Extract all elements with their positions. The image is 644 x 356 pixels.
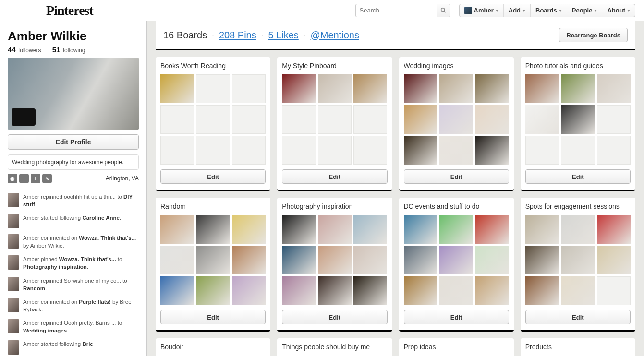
nav-add-label: Add (509, 7, 521, 14)
board-thumb (561, 215, 595, 244)
search-input[interactable] (355, 4, 437, 17)
board-edit-button[interactable]: Edit (282, 310, 387, 324)
board-thumb (597, 136, 631, 165)
board-thumb (196, 74, 230, 103)
board-thumb (318, 276, 352, 305)
edit-profile-button[interactable]: Edit Profile (8, 134, 139, 150)
board-thumb (597, 246, 631, 274)
board-thumb (439, 276, 473, 305)
activity-text: Amber started following Caroline Anne. (23, 214, 121, 228)
brand-logo[interactable]: Pinterest (46, 3, 93, 18)
nav-about-label: About (607, 7, 625, 14)
board-thumb (475, 105, 509, 134)
board-card[interactable]: Boudoir (156, 338, 270, 356)
board-thumb (282, 136, 316, 165)
board-thumb (196, 246, 230, 274)
board-thumb (404, 136, 437, 165)
activity-feed: Amber repinned ooohhh hit up a thri... t… (0, 190, 146, 356)
activity-thumb (8, 234, 19, 249)
board-edit-button[interactable]: Edit (160, 169, 266, 184)
activity-thumb (8, 319, 19, 333)
follow-stats: 44 followers 51 following (8, 46, 139, 54)
nav-add[interactable]: Add (504, 4, 531, 17)
likes-link[interactable]: 5 Likes (268, 30, 298, 40)
board-card[interactable]: RandomEdit (156, 198, 270, 332)
rss-icon[interactable]: ∿ (42, 174, 52, 183)
board-card[interactable]: DC events and stuff to doEdit (399, 198, 514, 332)
twitter-icon[interactable]: t (19, 174, 29, 183)
board-card[interactable]: Spots for engagement sessionsEdit (521, 198, 635, 332)
board-thumb (160, 246, 194, 274)
globe-icon[interactable]: ◍ (8, 174, 17, 183)
activity-text: Amber started following Brie (23, 340, 93, 355)
activity-item[interactable]: Amber repinned So wish one of my co... t… (0, 274, 146, 295)
avatar-icon (464, 7, 472, 14)
stats-bar: 16 Boards · 208 Pins · 5 Likes · @Mentio… (156, 21, 635, 50)
board-thumb-grid (404, 74, 509, 165)
board-thumb (282, 215, 316, 244)
mentions-link[interactable]: @Mentions (310, 30, 359, 40)
nav-user[interactable]: Amber (460, 4, 504, 17)
board-thumb-grid (282, 74, 387, 165)
board-card[interactable]: Books Worth ReadingEdit (156, 57, 270, 191)
board-card[interactable]: My Style PinboardEdit (277, 57, 392, 191)
followers-count[interactable]: 44 (8, 46, 16, 54)
board-edit-button[interactable]: Edit (525, 310, 631, 324)
board-edit-button[interactable]: Edit (282, 169, 387, 184)
activity-item[interactable]: Amber repinned ooohhh hit up a thri... t… (0, 190, 146, 211)
nav-about[interactable]: About (602, 4, 635, 17)
board-thumb (561, 74, 595, 103)
facebook-icon[interactable]: f (31, 174, 40, 183)
activity-item[interactable]: Amber repinned Oooh pretty. Barns ... to… (0, 316, 146, 337)
board-card[interactable]: Prop ideas (399, 338, 514, 356)
board-edit-button[interactable]: Edit (404, 169, 509, 184)
board-thumb (160, 105, 194, 134)
activity-item[interactable]: Amber commented on Wowza. Think that's..… (0, 231, 146, 252)
board-edit-button[interactable]: Edit (404, 310, 509, 324)
activity-item[interactable]: Amber started following Caroline Anne. (0, 211, 146, 231)
activity-item[interactable]: Amber started following Brie (0, 337, 146, 356)
activity-thumb (8, 298, 19, 312)
board-thumb (196, 105, 230, 134)
board-thumb (561, 246, 595, 274)
board-thumb (318, 74, 352, 103)
followers-label: followers (18, 47, 41, 54)
main-content: 16 Boards · 208 Pins · 5 Likes · @Mentio… (147, 21, 635, 356)
board-thumb (439, 74, 473, 103)
board-thumb (318, 215, 352, 244)
search-button[interactable] (437, 4, 450, 17)
board-card[interactable]: Photo tutorials and guidesEdit (521, 57, 635, 191)
board-thumb (525, 136, 559, 165)
board-title: Wedding images (404, 62, 509, 70)
rearrange-boards-button[interactable]: Rearrange Boards (559, 28, 628, 42)
pins-link[interactable]: 208 Pins (219, 30, 256, 40)
board-thumb (439, 105, 473, 134)
activity-item[interactable]: Amber pinned Wowza. Think that's... to P… (0, 252, 146, 273)
board-card[interactable]: Wedding imagesEdit (399, 57, 514, 191)
nav-people-label: People (572, 7, 593, 14)
board-title: Spots for engagement sessions (525, 202, 631, 210)
board-title: DC events and stuff to do (404, 202, 509, 210)
board-thumb (282, 74, 316, 103)
board-card[interactable]: Photography inspirationEdit (277, 198, 392, 332)
chevron-down-icon (594, 10, 597, 12)
nav-boards[interactable]: Boards (531, 4, 567, 17)
activity-text: Amber repinned Oooh pretty. Barns ... to… (23, 319, 139, 334)
board-thumb (475, 276, 509, 305)
activity-item[interactable]: Amber commented on Purple flats! by Bree… (0, 295, 146, 316)
profile-name: Amber Wilkie (8, 29, 139, 44)
board-edit-button[interactable]: Edit (525, 169, 631, 184)
board-edit-button[interactable]: Edit (160, 310, 266, 324)
board-thumb (232, 136, 266, 165)
activity-text: Amber repinned So wish one of my co... t… (23, 277, 139, 292)
profile-photo[interactable] (8, 58, 139, 130)
nav-people[interactable]: People (567, 4, 603, 17)
board-thumb (282, 105, 316, 134)
following-count[interactable]: 51 (52, 46, 61, 54)
board-card[interactable]: Things people should buy me (277, 338, 392, 356)
board-thumb (561, 136, 595, 165)
board-thumb (318, 136, 352, 165)
board-card[interactable]: Products (521, 338, 635, 356)
board-thumb (232, 246, 266, 274)
board-thumb (404, 246, 437, 274)
